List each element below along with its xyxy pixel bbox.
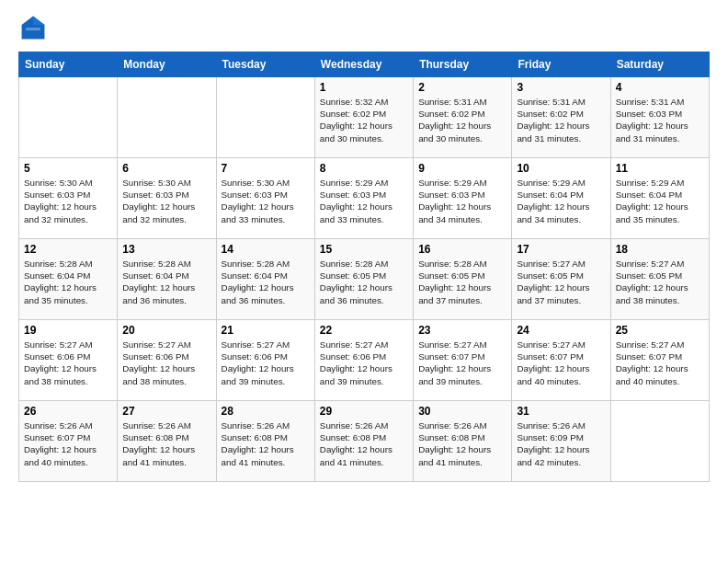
day-info: Sunrise: 5:27 AM Sunset: 6:07 PM Dayligh… (517, 339, 605, 387)
day-info: Sunrise: 5:29 AM Sunset: 6:04 PM Dayligh… (517, 177, 605, 225)
calendar-week-row: 12Sunrise: 5:28 AM Sunset: 6:04 PM Dayli… (19, 239, 710, 320)
day-number: 5 (24, 162, 112, 175)
calendar-cell: 30Sunrise: 5:26 AM Sunset: 6:08 PM Dayli… (414, 401, 512, 482)
calendar-cell (118, 77, 216, 158)
day-info: Sunrise: 5:26 AM Sunset: 6:08 PM Dayligh… (418, 419, 506, 468)
calendar-header: SundayMondayTuesdayWednesdayThursdayFrid… (19, 52, 710, 77)
day-number: 29 (320, 405, 408, 418)
weekday-header-sunday: Sunday (19, 52, 118, 77)
day-info: Sunrise: 5:27 AM Sunset: 6:07 PM Dayligh… (418, 339, 506, 387)
day-info: Sunrise: 5:28 AM Sunset: 6:04 PM Dayligh… (222, 258, 310, 306)
day-info: Sunrise: 5:27 AM Sunset: 6:07 PM Dayligh… (616, 339, 704, 387)
day-number: 16 (418, 243, 506, 256)
day-number: 19 (24, 324, 112, 337)
day-info: Sunrise: 5:28 AM Sunset: 6:05 PM Dayligh… (320, 258, 408, 306)
day-info: Sunrise: 5:26 AM Sunset: 6:09 PM Dayligh… (517, 419, 605, 468)
day-number: 10 (517, 162, 605, 175)
day-info: Sunrise: 5:29 AM Sunset: 6:03 PM Dayligh… (320, 177, 408, 225)
day-number: 27 (122, 405, 210, 418)
calendar-cell: 26Sunrise: 5:26 AM Sunset: 6:07 PM Dayli… (19, 401, 118, 482)
day-number: 20 (122, 324, 210, 337)
day-number: 23 (418, 324, 506, 337)
calendar-cell: 10Sunrise: 5:29 AM Sunset: 6:04 PM Dayli… (512, 158, 610, 239)
day-info: Sunrise: 5:27 AM Sunset: 6:06 PM Dayligh… (222, 339, 310, 387)
day-number: 14 (222, 243, 310, 256)
day-info: Sunrise: 5:29 AM Sunset: 6:04 PM Dayligh… (616, 177, 704, 225)
day-info: Sunrise: 5:28 AM Sunset: 6:04 PM Dayligh… (122, 258, 210, 306)
calendar-cell: 12Sunrise: 5:28 AM Sunset: 6:04 PM Dayli… (19, 239, 118, 320)
day-info: Sunrise: 5:28 AM Sunset: 6:04 PM Dayligh… (24, 258, 112, 306)
day-info: Sunrise: 5:27 AM Sunset: 6:06 PM Dayligh… (122, 339, 210, 387)
day-info: Sunrise: 5:31 AM Sunset: 6:02 PM Dayligh… (418, 96, 506, 144)
calendar-cell: 2Sunrise: 5:31 AM Sunset: 6:02 PM Daylig… (414, 77, 512, 158)
logo (18, 15, 46, 44)
day-info: Sunrise: 5:27 AM Sunset: 6:06 PM Dayligh… (320, 339, 408, 387)
day-info: Sunrise: 5:26 AM Sunset: 6:07 PM Dayligh… (24, 419, 112, 468)
calendar-cell: 19Sunrise: 5:27 AM Sunset: 6:06 PM Dayli… (19, 320, 118, 401)
day-number: 2 (418, 81, 506, 94)
calendar-cell: 8Sunrise: 5:29 AM Sunset: 6:03 PM Daylig… (314, 158, 413, 239)
day-number: 4 (616, 81, 704, 94)
weekday-header-saturday: Saturday (610, 52, 709, 77)
calendar-table: SundayMondayTuesdayWednesdayThursdayFrid… (18, 52, 710, 482)
day-info: Sunrise: 5:30 AM Sunset: 6:03 PM Dayligh… (24, 177, 112, 225)
day-info: Sunrise: 5:30 AM Sunset: 6:03 PM Dayligh… (122, 177, 210, 225)
calendar-week-row: 1Sunrise: 5:32 AM Sunset: 6:02 PM Daylig… (19, 77, 710, 158)
calendar-week-row: 26Sunrise: 5:26 AM Sunset: 6:07 PM Dayli… (19, 401, 710, 482)
calendar-cell: 21Sunrise: 5:27 AM Sunset: 6:06 PM Dayli… (216, 320, 314, 401)
day-info: Sunrise: 5:27 AM Sunset: 6:06 PM Dayligh… (24, 339, 112, 387)
day-number: 15 (320, 243, 408, 256)
calendar-week-row: 5Sunrise: 5:30 AM Sunset: 6:03 PM Daylig… (19, 158, 710, 239)
calendar-cell: 7Sunrise: 5:30 AM Sunset: 6:03 PM Daylig… (216, 158, 314, 239)
calendar-cell: 25Sunrise: 5:27 AM Sunset: 6:07 PM Dayli… (610, 320, 709, 401)
weekday-header-wednesday: Wednesday (314, 52, 413, 77)
day-number: 11 (616, 162, 704, 175)
day-number: 31 (517, 405, 605, 418)
day-info: Sunrise: 5:30 AM Sunset: 6:03 PM Dayligh… (222, 177, 310, 225)
calendar-cell: 6Sunrise: 5:30 AM Sunset: 6:03 PM Daylig… (118, 158, 216, 239)
svg-rect-2 (26, 28, 40, 30)
weekday-header-monday: Monday (118, 52, 216, 77)
calendar-cell: 14Sunrise: 5:28 AM Sunset: 6:04 PM Dayli… (216, 239, 314, 320)
day-number: 28 (222, 405, 310, 418)
day-info: Sunrise: 5:26 AM Sunset: 6:08 PM Dayligh… (320, 419, 408, 468)
weekday-header-tuesday: Tuesday (216, 52, 314, 77)
day-number: 24 (517, 324, 605, 337)
day-number: 13 (122, 243, 210, 256)
day-number: 6 (122, 162, 210, 175)
day-info: Sunrise: 5:26 AM Sunset: 6:08 PM Dayligh… (122, 419, 210, 468)
day-number: 9 (418, 162, 506, 175)
calendar-body: 1Sunrise: 5:32 AM Sunset: 6:02 PM Daylig… (19, 77, 710, 482)
day-number: 12 (24, 243, 112, 256)
day-info: Sunrise: 5:27 AM Sunset: 6:05 PM Dayligh… (517, 258, 605, 306)
page-header (18, 15, 710, 44)
day-number: 25 (616, 324, 704, 337)
day-number: 7 (222, 162, 310, 175)
day-number: 18 (616, 243, 704, 256)
calendar-cell: 29Sunrise: 5:26 AM Sunset: 6:08 PM Dayli… (314, 401, 413, 482)
weekday-header-thursday: Thursday (414, 52, 512, 77)
calendar-cell: 31Sunrise: 5:26 AM Sunset: 6:09 PM Dayli… (512, 401, 610, 482)
day-number: 21 (222, 324, 310, 337)
day-info: Sunrise: 5:29 AM Sunset: 6:03 PM Dayligh… (418, 177, 506, 225)
day-number: 30 (418, 405, 506, 418)
calendar-cell: 9Sunrise: 5:29 AM Sunset: 6:03 PM Daylig… (414, 158, 512, 239)
calendar-cell: 18Sunrise: 5:27 AM Sunset: 6:05 PM Dayli… (610, 239, 709, 320)
calendar-cell (610, 401, 709, 482)
calendar-cell: 20Sunrise: 5:27 AM Sunset: 6:06 PM Dayli… (118, 320, 216, 401)
day-number: 8 (320, 162, 408, 175)
calendar-cell (19, 77, 118, 158)
svg-marker-1 (33, 17, 44, 25)
calendar-cell: 24Sunrise: 5:27 AM Sunset: 6:07 PM Dayli… (512, 320, 610, 401)
logo-icon (20, 15, 46, 40)
day-info: Sunrise: 5:27 AM Sunset: 6:05 PM Dayligh… (616, 258, 704, 306)
calendar-cell: 1Sunrise: 5:32 AM Sunset: 6:02 PM Daylig… (314, 77, 413, 158)
calendar-cell: 16Sunrise: 5:28 AM Sunset: 6:05 PM Dayli… (414, 239, 512, 320)
calendar-cell: 27Sunrise: 5:26 AM Sunset: 6:08 PM Dayli… (118, 401, 216, 482)
calendar-cell: 23Sunrise: 5:27 AM Sunset: 6:07 PM Dayli… (414, 320, 512, 401)
weekday-header-row: SundayMondayTuesdayWednesdayThursdayFrid… (19, 52, 710, 77)
calendar-cell: 13Sunrise: 5:28 AM Sunset: 6:04 PM Dayli… (118, 239, 216, 320)
calendar-cell: 3Sunrise: 5:31 AM Sunset: 6:02 PM Daylig… (512, 77, 610, 158)
day-info: Sunrise: 5:26 AM Sunset: 6:08 PM Dayligh… (222, 419, 310, 468)
day-number: 26 (24, 405, 112, 418)
